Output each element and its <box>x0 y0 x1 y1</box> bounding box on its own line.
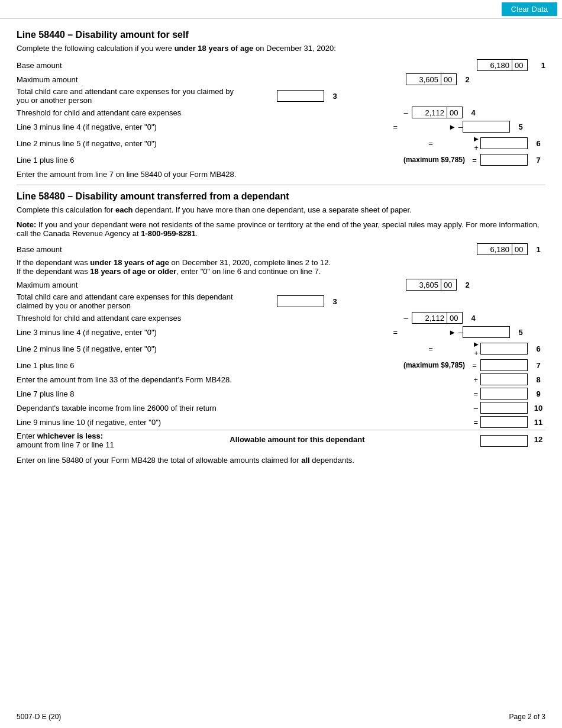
l3ml4-label: Line 3 minus line 4 (if negative, enter … <box>17 123 389 131</box>
l1pl6-label-2: Line 1 plus line 6 <box>17 361 403 370</box>
threshold-label-1: Threshold for child and attendant care e… <box>17 108 400 117</box>
line-num-7a: 7 <box>528 156 545 165</box>
line12-label-right: Allowable amount for this dependant <box>114 431 480 444</box>
row-max-amount-1: Maximum amount 3,60500 2 <box>17 73 545 86</box>
line5-input-1[interactable] <box>463 121 510 133</box>
row-line11: Line 9 minus line 10 (if negative, enter… <box>17 415 545 429</box>
row-threshold-2: Threshold for child and attendant care e… <box>17 311 545 324</box>
section1-enter-line: Enter the amount from line 7 on line 584… <box>17 170 545 179</box>
footer: 5007-D E (20) Page 2 of 3 <box>17 713 545 721</box>
line12-input[interactable] <box>480 435 528 447</box>
line6-input-2[interactable] <box>480 343 528 355</box>
section1: Line 58440 – Disability amount for self … <box>17 30 545 179</box>
line-num-2a: 2 <box>457 75 474 84</box>
row-line2minus5: Line 2 minus line 5 (if negative, enter … <box>17 134 545 152</box>
section2: Line 58480 – Disability amount transferr… <box>17 191 545 465</box>
row-line2minus5-2: Line 2 minus line 5 (if negative, enter … <box>17 340 545 357</box>
l1pl6-label: Line 1 plus line 6 <box>17 156 403 165</box>
condition-text: If the dependant was under 18 years of a… <box>17 258 545 276</box>
l3ml4-label-2: Line 3 minus line 4 (if negative, enter … <box>17 328 389 337</box>
l2ml5-label: Line 2 minus line 5 (if negative, enter … <box>17 139 366 148</box>
line-num-3b: 3 <box>324 297 342 306</box>
line9-input[interactable] <box>480 388 528 400</box>
line-num-5b: 5 <box>510 328 528 337</box>
line5-input-2[interactable] <box>463 326 510 338</box>
row-line3minus4-2: Line 3 minus line 4 (if negative, enter … <box>17 326 545 339</box>
line-num-5a: 5 <box>510 123 528 131</box>
equals-op-5: = <box>425 344 437 353</box>
line-num-11b: 11 <box>528 418 545 427</box>
line-num-3a: 3 <box>324 92 342 101</box>
minus-op-10: – <box>471 404 480 413</box>
childcare-label-1: Total child care and attendant care expe… <box>17 87 241 105</box>
line-num-4a: 4 <box>463 108 480 117</box>
row-line10: Dependant's taxable income from line 260… <box>17 401 545 414</box>
section2-title: Line 58480 – Disability amount transferr… <box>17 191 545 202</box>
l2ml5-label-2: Line 2 minus line 5 (if negative, enter … <box>17 344 366 353</box>
max-label-2: (maximum $9,785) <box>403 361 465 369</box>
line-num-6b: 6 <box>528 344 545 353</box>
row-base-amount-1: Base amount 6,18000 1 <box>17 59 545 72</box>
line-num-9b: 9 <box>528 389 545 398</box>
line-num-12b: 12 <box>528 431 545 444</box>
footer-right: Page 2 of 3 <box>509 713 545 721</box>
threshold-value-1: 2,11200 <box>412 107 463 118</box>
row-childcare-2: Total child care and attendant care expe… <box>17 292 545 310</box>
arrow-op-2: ► + <box>472 134 480 152</box>
line-num-8b: 8 <box>528 375 545 384</box>
line7-input-2[interactable] <box>480 359 528 371</box>
childcare-label-2: Total child care and attendant care expe… <box>17 292 241 310</box>
line-num-10b: 10 <box>528 404 545 413</box>
row-max-amount-2: Maximum amount 3,60500 2 <box>17 278 545 291</box>
line12-label-left: Enter whichever is less:amount from line… <box>17 431 114 449</box>
line10-input[interactable] <box>480 402 528 414</box>
row-threshold-1: Threshold for child and attendant care e… <box>17 106 545 119</box>
arrow-op-3: ► – <box>448 328 463 337</box>
section1-title: Line 58440 – Disability amount for self <box>17 30 545 40</box>
max-label-1: (maximum $9,785) <box>403 156 465 164</box>
clear-data-button[interactable]: Clear Data <box>502 2 557 16</box>
row-base-amount-2: Base amount 6,18000 1 <box>17 243 545 256</box>
line8-label: Enter the amount from line 33 of the dep… <box>17 375 471 384</box>
line9-label: Line 7 plus line 8 <box>17 389 471 398</box>
equals-op-4: = <box>389 328 401 337</box>
top-bar: Clear Data <box>0 0 562 19</box>
equals-op-6: = <box>469 361 480 370</box>
row-line12: Enter whichever is less:amount from line… <box>17 430 545 451</box>
base-amount-label-2: Base amount <box>17 245 388 254</box>
line-num-1b: 1 <box>528 245 545 254</box>
section2-desc: Complete this calculation for each depen… <box>17 205 545 214</box>
equals-op-1: = <box>389 123 401 131</box>
line11-label: Line 9 minus line 10 (if negative, enter… <box>17 418 471 427</box>
arrow-op-1: ► – <box>448 123 463 131</box>
line8-input[interactable] <box>480 373 528 385</box>
section2-enter-line: Enter on line 58480 of your Form MB428 t… <box>17 456 545 465</box>
base-amount-label-1: Base amount <box>17 61 383 70</box>
row-line3minus4: Line 3 minus line 4 (if negative, enter … <box>17 120 545 133</box>
arrow-op-4: ► + <box>472 340 480 357</box>
minus-op-1: – <box>400 108 412 117</box>
equals-op-9: = <box>471 389 480 398</box>
line-num-7b: 7 <box>528 361 545 370</box>
childcare-input-1[interactable] <box>277 90 324 102</box>
max-amount-label-1: Maximum amount <box>17 75 335 84</box>
footer-left: 5007-D E (20) <box>17 713 61 721</box>
childcare-input-2[interactable] <box>277 295 324 307</box>
row-childcare-1: Total child care and attendant care expe… <box>17 87 545 105</box>
section1-desc: Complete the following calculation if yo… <box>17 44 545 53</box>
line6-input-1[interactable] <box>480 137 528 149</box>
line-num-2b: 2 <box>457 281 474 289</box>
max-amount-value-2: 3,60500 <box>406 279 457 291</box>
base-amount-value-1: 6,18000 <box>477 59 528 71</box>
max-amount-label-2: Maximum amount <box>17 281 335 289</box>
row-line1plus6-2: Line 1 plus line 6 (maximum $9,785) = 7 <box>17 359 545 372</box>
row-line1plus6: Line 1 plus line 6 (maximum $9,785) = 7 <box>17 153 545 166</box>
row-line8: Enter the amount from line 33 of the dep… <box>17 373 545 386</box>
line-num-1a: 1 <box>528 61 545 70</box>
plus-op-8: + <box>471 375 480 384</box>
max-amount-value-1: 3,60500 <box>406 73 457 85</box>
line10-label: Dependant's taxable income from line 260… <box>17 404 471 413</box>
line11-input[interactable] <box>480 416 528 428</box>
threshold-label-2: Threshold for child and attendant care e… <box>17 314 400 323</box>
line7-input-1[interactable] <box>480 154 528 166</box>
